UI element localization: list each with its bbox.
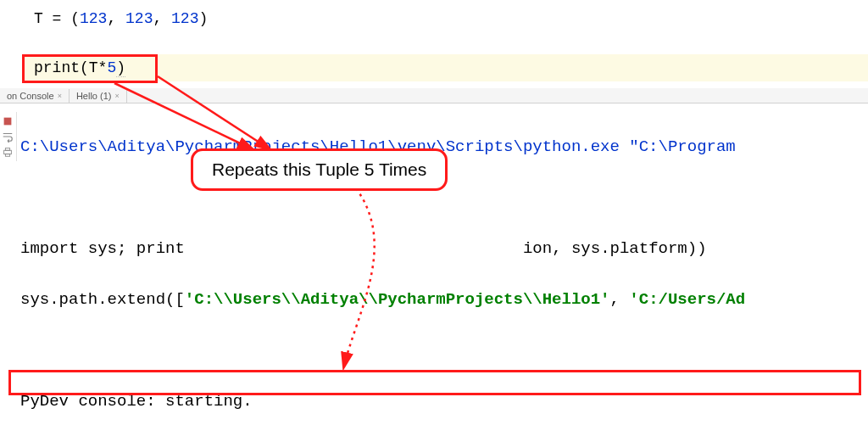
- number-literal: 123: [125, 10, 153, 27]
- console-blank: [20, 338, 868, 363]
- print-icon[interactable]: [2, 146, 14, 158]
- console-gutter: [0, 112, 17, 161]
- wrap-icon[interactable]: [2, 131, 14, 143]
- stop-icon[interactable]: [2, 115, 14, 127]
- svg-rect-1: [4, 150, 12, 154]
- blank-line: [34, 31, 868, 54]
- number-literal: 5: [107, 59, 116, 76]
- number-literal: 123: [171, 10, 198, 27]
- string-literal: 'C:\\Users\\Aditya\\PycharmProjects\\Hel…: [185, 290, 610, 309]
- code-text: T = (: [34, 10, 80, 27]
- tab-console[interactable]: on Console ×: [0, 89, 70, 103]
- console-tabs-bar: on Console × Hello (1) ×: [0, 88, 868, 103]
- svg-rect-0: [4, 118, 12, 126]
- code-line-1: T = (123, 123, 123): [34, 7, 868, 31]
- svg-rect-2: [5, 148, 9, 151]
- tab-label: Hello (1): [76, 91, 112, 101]
- close-icon[interactable]: ×: [58, 92, 62, 100]
- console-line: PyDev console: starting.: [20, 389, 868, 414]
- code-text: print(T*: [34, 59, 107, 76]
- console-line: sys.path.extend(['C:\\Users\\Aditya\\Pyc…: [20, 287, 868, 312]
- code-editor[interactable]: T = (123, 123, 123) print(T*5): [0, 0, 868, 88]
- tab-hello[interactable]: Hello (1) ×: [70, 89, 127, 103]
- close-icon[interactable]: ×: [115, 92, 120, 100]
- console-line: import sys; print ion, sys.platform)): [20, 236, 868, 261]
- console-blank: [20, 185, 868, 210]
- svg-rect-3: [5, 154, 9, 157]
- number-literal: 123: [80, 10, 107, 27]
- code-line-2: print(T*5): [24, 54, 868, 81]
- string-literal: 'C:/Users/Ad: [629, 290, 745, 309]
- callout-text: Repeats this Tuple 5 Times: [212, 159, 426, 179]
- tab-label: on Console: [7, 91, 54, 101]
- annotation-callout: Repeats this Tuple 5 Times: [191, 148, 448, 191]
